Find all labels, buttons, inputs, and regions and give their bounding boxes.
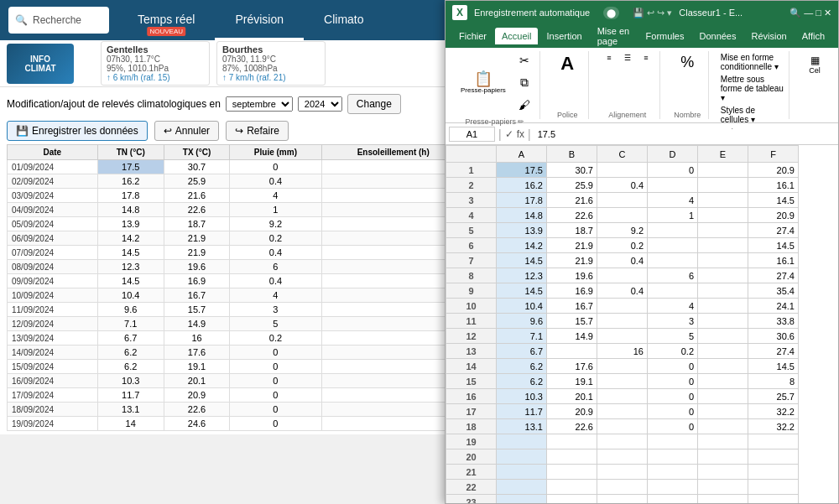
change-button[interactable]: Change bbox=[347, 94, 401, 114]
excel-cell[interactable]: 6.2 bbox=[497, 359, 547, 374]
excel-cell[interactable] bbox=[698, 314, 748, 329]
align-right-button[interactable]: ≡ bbox=[638, 51, 654, 65]
tab-prevision[interactable]: Prévision bbox=[215, 0, 304, 40]
excel-cell[interactable]: 5 bbox=[648, 329, 698, 344]
formula-icon-fx[interactable]: fx bbox=[517, 128, 524, 140]
table-cell[interactable]: 21.9 bbox=[164, 246, 229, 260]
excel-cell[interactable]: 21.9 bbox=[547, 253, 597, 268]
excel-cell[interactable]: 0 bbox=[648, 163, 698, 178]
table-cell[interactable]: 7.1 bbox=[97, 317, 164, 331]
table-cell[interactable]: 16 bbox=[164, 331, 229, 346]
table-cell[interactable]: 21.6 bbox=[164, 189, 229, 203]
table-cell[interactable]: 14.9 bbox=[164, 317, 229, 331]
excel-cell[interactable]: 14.5 bbox=[497, 253, 547, 268]
excel-cell[interactable] bbox=[597, 329, 648, 344]
excel-cell[interactable]: 16.1 bbox=[748, 178, 799, 193]
excel-cell[interactable]: 25.7 bbox=[748, 389, 799, 404]
excel-cell[interactable] bbox=[698, 223, 748, 238]
table-cell[interactable]: 6.7 bbox=[97, 331, 164, 346]
excel-cell[interactable] bbox=[597, 268, 648, 283]
excel-cell[interactable]: 21.6 bbox=[547, 193, 597, 208]
table-cell[interactable]: 0 bbox=[230, 346, 321, 360]
align-left-button[interactable]: ≡ bbox=[601, 51, 618, 65]
excel-cell[interactable]: 13.1 bbox=[497, 419, 547, 434]
table-cell[interactable]: 16.2 bbox=[97, 174, 164, 189]
table-cell[interactable]: 17.6 bbox=[164, 346, 229, 360]
excel-cell[interactable] bbox=[547, 434, 597, 435]
table-cell[interactable] bbox=[321, 303, 465, 317]
table-cell[interactable]: 5 bbox=[230, 317, 321, 331]
excel-cell[interactable] bbox=[597, 434, 648, 435]
table-cell[interactable]: 0 bbox=[230, 360, 321, 374]
ribbon-tab-mise-en-page[interactable]: Mise en page bbox=[591, 23, 638, 49]
table-cell[interactable]: 14/09/2024 bbox=[8, 346, 98, 360]
table-cell[interactable]: 20.9 bbox=[164, 388, 229, 403]
table-cell[interactable] bbox=[321, 189, 465, 203]
copier-button[interactable]: ⧉ bbox=[514, 73, 534, 92]
ribbon-tab-insertion[interactable]: Insertion bbox=[539, 28, 588, 44]
excel-cell[interactable]: 18.7 bbox=[547, 223, 597, 238]
excel-cell[interactable] bbox=[597, 419, 648, 434]
excel-grid-container[interactable]: A B C D E F 117.530.7020.9216.225.90.416… bbox=[446, 145, 838, 434]
excel-cell[interactable]: 27.4 bbox=[748, 223, 799, 238]
excel-cell[interactable]: 9.6 bbox=[497, 314, 547, 329]
table-cell[interactable]: 14 bbox=[97, 417, 164, 431]
ribbon-tab-affich[interactable]: Affich bbox=[795, 28, 831, 44]
table-cell[interactable]: 19.6 bbox=[164, 260, 229, 274]
excel-cell[interactable] bbox=[597, 359, 648, 374]
table-cell[interactable] bbox=[321, 317, 465, 331]
table-cell[interactable]: 11/09/2024 bbox=[8, 303, 98, 317]
excel-cell[interactable] bbox=[698, 359, 748, 374]
excel-cell[interactable]: 14.9 bbox=[547, 329, 597, 344]
table-cell[interactable]: 16/09/2024 bbox=[8, 374, 98, 388]
table-cell[interactable]: 0.2 bbox=[230, 331, 321, 346]
table-cell[interactable]: 6.2 bbox=[97, 346, 164, 360]
excel-cell[interactable]: 16.1 bbox=[748, 253, 799, 268]
excel-cell[interactable]: 17.5 bbox=[497, 163, 547, 178]
table-cell[interactable]: 0.4 bbox=[230, 174, 321, 189]
excel-cell[interactable]: 13.9 bbox=[497, 223, 547, 238]
table-cell[interactable] bbox=[321, 288, 465, 303]
cancel-button[interactable]: ↩ Annuler bbox=[154, 121, 219, 141]
table-cell[interactable] bbox=[321, 203, 465, 217]
excel-cell[interactable]: 20.9 bbox=[547, 404, 597, 419]
excel-cell[interactable]: 16 bbox=[597, 344, 648, 359]
excel-col-b[interactable]: B bbox=[547, 146, 597, 163]
ribbon-tab-donnees[interactable]: Données bbox=[692, 28, 743, 44]
table-cell[interactable] bbox=[321, 417, 465, 431]
table-cell[interactable] bbox=[321, 346, 465, 360]
excel-cell[interactable]: 32.2 bbox=[748, 419, 799, 434]
excel-cell[interactable] bbox=[597, 193, 648, 208]
excel-cell[interactable]: 6.7 bbox=[497, 344, 547, 359]
table-cell[interactable]: 17/09/2024 bbox=[8, 388, 98, 403]
excel-cell[interactable] bbox=[597, 163, 648, 178]
excel-cell[interactable]: 27.4 bbox=[748, 268, 799, 283]
excel-cell[interactable] bbox=[698, 238, 748, 253]
table-cell[interactable]: 0 bbox=[230, 417, 321, 431]
cell-styles-button[interactable]: Styles de cellules ▾ bbox=[721, 106, 784, 124]
ribbon-tab-accueil[interactable]: Accueil bbox=[495, 28, 538, 44]
table-cell[interactable]: 0.2 bbox=[230, 231, 321, 246]
table-cell[interactable]: 19/09/2024 bbox=[8, 417, 98, 431]
table-cell[interactable]: 0.4 bbox=[230, 246, 321, 260]
excel-cell[interactable] bbox=[698, 208, 748, 223]
excel-cell[interactable]: 0 bbox=[648, 389, 698, 404]
excel-cell[interactable] bbox=[497, 434, 547, 435]
table-cell[interactable] bbox=[321, 374, 465, 388]
table-cell[interactable]: 10/09/2024 bbox=[8, 288, 98, 303]
excel-col-f[interactable]: F bbox=[748, 146, 799, 163]
excel-cell[interactable] bbox=[698, 193, 748, 208]
table-cell[interactable] bbox=[321, 160, 465, 174]
save-button[interactable]: 💾 Enregistrer les données bbox=[7, 121, 148, 141]
excel-cell[interactable]: 16.7 bbox=[547, 299, 597, 314]
excel-cell[interactable] bbox=[648, 178, 698, 193]
table-cell[interactable] bbox=[321, 246, 465, 260]
table-cell[interactable]: 16.7 bbox=[164, 288, 229, 303]
excel-cell[interactable]: 10.3 bbox=[497, 389, 547, 404]
table-cell[interactable]: 22.6 bbox=[164, 403, 229, 417]
table-cell[interactable]: 30.7 bbox=[164, 160, 229, 174]
excel-cell[interactable] bbox=[698, 404, 748, 419]
table-cell[interactable] bbox=[321, 260, 465, 274]
table-cell[interactable]: 04/09/2024 bbox=[8, 203, 98, 217]
excel-cell[interactable]: 22.6 bbox=[547, 419, 597, 434]
